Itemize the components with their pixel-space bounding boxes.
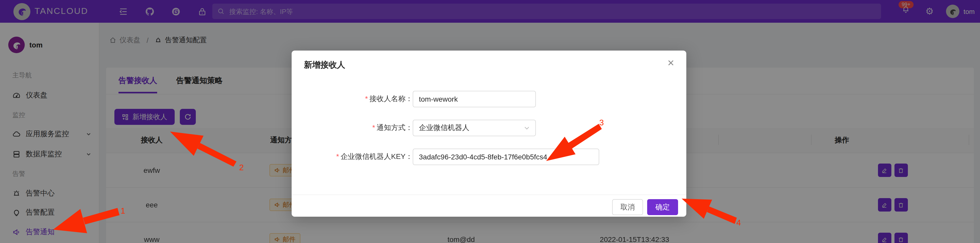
field-label: 企业微信机器人KEY： bbox=[340, 152, 413, 160]
required-mark: * bbox=[365, 94, 368, 103]
form-row-wework-key: *企业微信机器人KEY： bbox=[304, 149, 674, 165]
app-root: TANCLOUD 99+ ⚙ bbox=[0, 0, 980, 243]
required-mark: * bbox=[372, 123, 375, 131]
wework-key-input[interactable] bbox=[413, 149, 599, 165]
required-mark: * bbox=[336, 152, 339, 160]
receiver-name-input[interactable] bbox=[413, 91, 536, 107]
field-label: 接收人名称： bbox=[369, 94, 413, 103]
field-label: 通知方式： bbox=[377, 123, 413, 131]
add-receiver-modal: 新增接收人 ✕ *接收人名称： *通知方式： 企业微信机器人 *企业微信机器人K… bbox=[292, 51, 686, 217]
form-row-receiver-name: *接收人名称： bbox=[304, 91, 674, 107]
modal-footer-divider bbox=[292, 195, 686, 195]
modal-title: 新增接收人 bbox=[304, 60, 345, 71]
confirm-button[interactable]: 确定 bbox=[647, 199, 678, 215]
chevron-down-icon bbox=[524, 125, 530, 131]
cancel-button[interactable]: 取消 bbox=[612, 199, 643, 215]
close-icon[interactable]: ✕ bbox=[663, 56, 678, 70]
form-row-notice-method: *通知方式： 企业微信机器人 bbox=[304, 120, 674, 136]
notice-method-select[interactable]: 企业微信机器人 bbox=[413, 120, 536, 136]
select-value: 企业微信机器人 bbox=[419, 123, 469, 133]
